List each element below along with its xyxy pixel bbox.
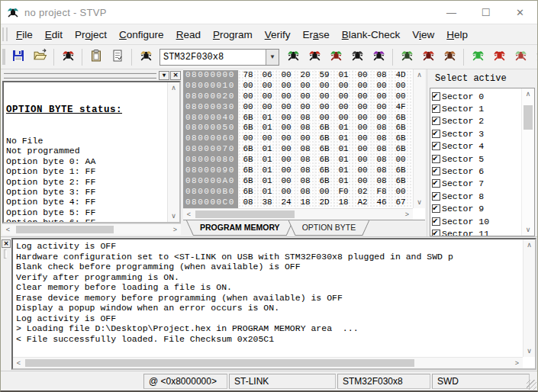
hex-byte-cell[interactable]: 6B [238, 155, 257, 165]
hex-byte-cell[interactable]: 6B [391, 113, 410, 124]
scroll-right-icon[interactable]: > [511, 358, 523, 368]
hex-byte-cell[interactable]: 6B [238, 113, 257, 124]
hex-byte-cell[interactable]: 18 [295, 198, 314, 208]
title-bar[interactable]: no project - STVP —☐✕ [1, 1, 537, 24]
hex-row[interactable]: 080000706B0100086B0100086B [183, 144, 413, 155]
sector-list-item[interactable]: Sector 11 [432, 227, 520, 236]
hex-byte-cell[interactable]: 6B [314, 123, 333, 133]
hex-byte-cell[interactable]: 00 [276, 165, 295, 176]
hex-byte-cell[interactable]: 00 [353, 123, 372, 133]
hex-byte-cell[interactable]: 38 [257, 198, 276, 208]
erase-red-button[interactable] [489, 47, 509, 67]
hex-byte-cell[interactable]: 00 [353, 155, 372, 165]
hex-byte-cell[interactable]: 01 [333, 144, 353, 155]
hex-byte-cell[interactable]: 01 [257, 155, 276, 165]
device-chip-button[interactable] [136, 47, 156, 67]
hex-byte-cell[interactable]: 00 [353, 81, 372, 92]
hex-byte-cell[interactable]: 01 [257, 165, 276, 176]
hex-horizontal-scrollbar[interactable]: < > [183, 208, 413, 220]
menu-item-view[interactable]: View [406, 27, 440, 43]
device-select-combo[interactable]: STM32F030x8▼ [159, 49, 279, 66]
sector-checkbox[interactable] [432, 104, 440, 113]
sector-vertical-scrollbar[interactable]: ∧ ∨ [521, 88, 534, 236]
hex-byte-cell[interactable]: 08 [295, 155, 314, 165]
hex-byte-cell[interactable]: F0 [333, 187, 353, 198]
hex-byte-cell[interactable]: 00 [333, 102, 353, 113]
hex-byte-cell[interactable]: 00 [353, 102, 372, 113]
sector-checkbox[interactable] [432, 130, 440, 138]
hex-byte-cell[interactable]: 00 [314, 81, 333, 92]
hex-byte-cell[interactable]: 08 [295, 144, 314, 155]
hex-byte-cell[interactable]: 00 [314, 102, 333, 113]
hex-byte-cell[interactable]: 6B [238, 176, 257, 187]
sector-checkbox[interactable] [432, 155, 440, 163]
hex-byte-cell[interactable]: 6B [314, 165, 333, 176]
menu-item-verify[interactable]: Verify [259, 27, 297, 43]
scroll-right-icon[interactable]: > [169, 224, 181, 235]
hex-byte-cell[interactable]: 00 [314, 92, 333, 102]
maximize-button[interactable]: ☐ [469, 1, 503, 24]
hex-byte-cell[interactable]: 2D [314, 198, 333, 208]
menu-item-configure[interactable]: Configure [113, 27, 170, 43]
hex-byte-cell[interactable]: 00 [353, 133, 372, 144]
hex-byte-cell[interactable]: 01 [257, 187, 276, 198]
hex-row[interactable]: 080000906B0100086B0100086B [183, 165, 413, 176]
scroll-thumb[interactable] [195, 210, 295, 218]
hex-byte-cell[interactable]: 08 [238, 198, 257, 208]
menu-item-edit[interactable]: Edit [39, 27, 69, 43]
hex-byte-cell[interactable]: 6B [391, 176, 410, 187]
hex-byte-cell[interactable]: 00 [372, 92, 391, 102]
sector-list-item[interactable]: Sector 7 [432, 178, 520, 190]
scroll-down-icon[interactable]: ∨ [524, 345, 535, 357]
menu-item-file[interactable]: File [10, 27, 39, 43]
sector-list-item[interactable]: Sector 5 [432, 153, 520, 165]
hex-byte-cell[interactable]: 6B [238, 123, 257, 133]
log-vertical-scrollbar[interactable]: ∧ ∨ [523, 239, 535, 357]
hex-byte-cell[interactable]: 00 [391, 92, 410, 102]
program-tab-button[interactable] [304, 47, 324, 67]
hex-byte-cell[interactable]: 00 [257, 102, 276, 113]
edit-document-button[interactable] [108, 47, 127, 67]
scroll-down-icon[interactable]: ∨ [168, 210, 179, 222]
resize-grip-icon[interactable] [527, 380, 536, 390]
sector-checkbox[interactable] [432, 117, 440, 125]
menu-item-blank-check[interactable]: Blank-Check [336, 27, 407, 43]
hex-byte-cell[interactable]: 08 [372, 70, 391, 81]
hex-byte-cell[interactable]: 08 [295, 187, 314, 198]
sector-list-item[interactable]: Sector 0 [432, 90, 520, 102]
hex-vertical-scrollbar[interactable]: ∧ ∨ [413, 69, 425, 208]
hex-row[interactable]: 08000060000000006B0100086B [183, 133, 413, 144]
read-tab-button[interactable] [283, 47, 303, 67]
hex-byte-cell[interactable]: 00 [391, 187, 410, 198]
save-button[interactable] [8, 47, 28, 67]
hex-byte-cell[interactable]: 6B [314, 176, 333, 187]
hex-byte-cell[interactable]: 08 [372, 155, 391, 165]
hex-row[interactable]: 0800000078060020590100084D [183, 70, 413, 81]
hex-byte-cell[interactable]: 24 [276, 198, 295, 208]
sector-checkbox[interactable] [432, 230, 440, 236]
hex-byte-cell[interactable]: 6B [391, 133, 410, 144]
menu-item-help[interactable]: Help [440, 27, 474, 43]
sector-checkbox[interactable] [432, 142, 440, 150]
hex-row[interactable]: 080000506B0100086B0100086B [183, 123, 413, 133]
hex-byte-cell[interactable]: 00 [295, 92, 314, 102]
hex-byte-cell[interactable]: 00 [238, 92, 257, 102]
sector-list-item[interactable]: Sector 4 [432, 140, 520, 153]
sector-list-item[interactable]: Sector 6 [432, 165, 520, 177]
hex-grid[interactable]: 0800000078060020590100084D08000010000000… [183, 70, 413, 208]
program-current-green-button[interactable] [468, 47, 488, 67]
tab-program-memory[interactable]: PROGRAM MEMORY [186, 220, 294, 236]
sector-checkbox[interactable] [432, 179, 440, 188]
hex-byte-cell[interactable]: 00 [353, 144, 372, 155]
hex-byte-cell[interactable]: 00 [295, 102, 314, 113]
hex-byte-cell[interactable]: 00 [295, 133, 314, 144]
paste-button[interactable] [86, 47, 106, 67]
hex-byte-cell[interactable]: 00 [276, 102, 295, 113]
hex-byte-cell[interactable]: 00 [333, 81, 353, 92]
log-horizontal-scrollbar[interactable]: < > [13, 357, 523, 368]
hex-byte-cell[interactable]: 18 [333, 198, 353, 208]
hex-byte-cell[interactable]: 08 [372, 144, 391, 155]
hex-byte-cell[interactable]: 00 [276, 155, 295, 165]
hex-byte-cell[interactable]: 01 [333, 155, 353, 165]
hex-byte-cell[interactable]: 00 [257, 133, 276, 144]
